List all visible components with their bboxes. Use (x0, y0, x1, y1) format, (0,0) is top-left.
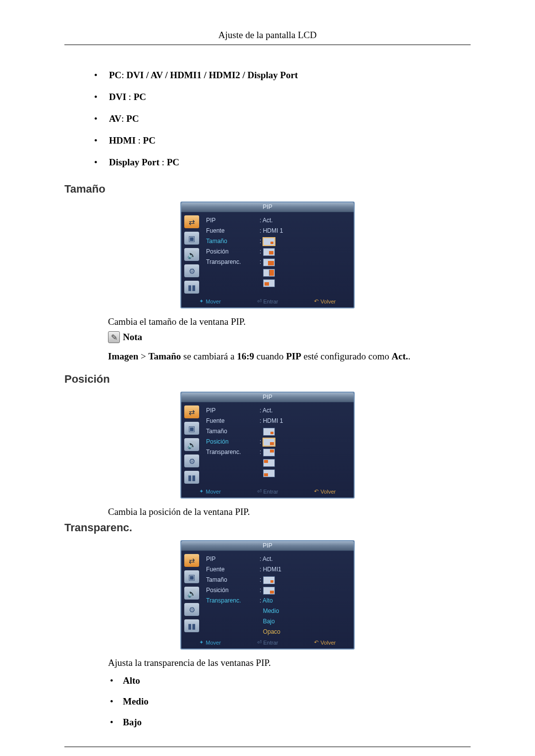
osd-footer-enter: ⏎Entrar (257, 298, 278, 304)
osd-pos-opt-tr (260, 448, 349, 456)
osd-size-opt-1 (260, 237, 349, 245)
source-item-hdmi: HDMI : PC (109, 135, 471, 146)
osd-side-icons: ⇄ ▣ 🔊 ⚙ ▮▮ (181, 403, 202, 487)
osd-trans-opt-medio: Medio (260, 607, 349, 615)
note-icon: ✎ (108, 331, 120, 343)
page-title: Ajuste de la pantalla LCD (218, 30, 317, 40)
osd-label-fuente: Fuente (206, 565, 260, 573)
opt-bajo: Bajo (123, 717, 471, 728)
osd-side-icons: ⇄ ▣ 🔊 ⚙ ▮▮ (181, 551, 202, 638)
osd-label-tamano: Tamaño (206, 576, 260, 584)
transparency-options-list: Alto Medio Bajo (123, 675, 471, 728)
osd-size-opt-3 (260, 258, 349, 266)
multi-icon: ▮▮ (184, 281, 199, 294)
osd-footer-enter: ⏎Entrar (257, 639, 278, 646)
osd-label-posicion: Posición (206, 586, 260, 594)
sound-icon: 🔊 (184, 587, 199, 600)
osd-trans-opt-bajo: Bajo (260, 617, 349, 625)
osd-value-pip: Act. (260, 216, 349, 224)
osd-trans-opt-opaco: Opaco (260, 628, 349, 636)
heading-tamano: Tamaño (64, 183, 471, 196)
osd-label-fuente: Fuente (206, 227, 260, 235)
osd-size-opt-5 (260, 279, 349, 287)
picture-icon: ▣ (184, 570, 199, 583)
multi-icon: ▮▮ (184, 471, 199, 484)
osd-size-opt-4 (260, 268, 349, 276)
osd-label-transparenc: Transparenc. (206, 448, 260, 456)
osd-pos-opt-br (260, 438, 349, 446)
source-item-dvi: DVI : PC (109, 92, 471, 102)
osd-label-tamano: Tamaño (206, 237, 260, 245)
sound-icon: 🔊 (184, 248, 199, 261)
page-header: Ajuste de la pantalla LCD (64, 30, 471, 45)
osd-value-pip: Act. (260, 555, 349, 563)
setup-icon: ⚙ (184, 264, 199, 277)
heading-posicion: Posición (64, 373, 471, 386)
osd-value-tamano-thumb (260, 427, 349, 435)
page-footer-rule (64, 747, 471, 747)
osd-footer-move: ✦Mover (199, 488, 221, 495)
osd-value-tamano-thumb (260, 576, 349, 584)
source-item-pc: PC: DVI / AV / HDMI1 / HDMI2 / Display P… (109, 70, 471, 81)
osd-pos-opt-bl (260, 469, 349, 477)
osd-label-transparenc: Transparenc. (206, 258, 260, 266)
osd-label-tamano: Tamaño (206, 427, 260, 435)
osd-footer: ✦Mover ⏎Entrar ↶Volver (181, 638, 354, 647)
osd-label-pip: PIP (206, 216, 260, 224)
osd-footer-return: ↶Volver (314, 488, 336, 495)
osd-footer: ✦Mover ⏎Entrar ↶Volver (181, 487, 354, 496)
caption-tamano: Cambia el tamaño de la ventana PIP. (108, 316, 471, 327)
picture-icon: ▣ (184, 422, 199, 435)
source-combination-list: PC: DVI / AV / HDMI1 / HDMI2 / Display P… (109, 70, 471, 168)
osd-value-pip: Act. (260, 406, 349, 414)
osd-footer: ✦Mover ⏎Entrar ↶Volver (181, 297, 354, 305)
setup-icon: ⚙ (184, 454, 199, 467)
osd-label-fuente: Fuente (206, 417, 260, 425)
input-icon: ⇄ (184, 554, 199, 567)
osd-value-fuente: HDMI 1 (260, 227, 349, 235)
osd-footer-return: ↶Volver (314, 639, 336, 646)
osd-title: PIP (263, 394, 272, 401)
osd-label-posicion: Posición (206, 438, 260, 446)
heading-transparenc: Transparenc. (64, 521, 471, 534)
caption-transparenc: Ajusta la transparencia de las ventanas … (108, 657, 471, 668)
setup-icon: ⚙ (184, 603, 199, 616)
osd-value-fuente: HDMI 1 (260, 417, 349, 425)
caption-posicion: Cambia la posición de la ventana PIP. (108, 506, 471, 517)
note-line: ✎ Nota (108, 331, 471, 343)
osd-footer-return: ↶Volver (314, 298, 336, 304)
opt-alto: Alto (123, 675, 471, 686)
multi-icon: ▮▮ (184, 619, 199, 632)
osd-label-pip: PIP (206, 406, 260, 414)
input-icon: ⇄ (184, 405, 199, 418)
osd-pos-opt-tl (260, 458, 349, 466)
opt-medio: Medio (123, 696, 471, 707)
osd-footer-move: ✦Mover (199, 639, 221, 646)
source-item-av: AV: PC (109, 113, 471, 124)
osd-trans-opt-alto: Alto (260, 597, 349, 605)
osd-title: PIP (263, 542, 272, 549)
picture-icon: ▣ (184, 232, 199, 245)
osd-label-posicion: Posición (206, 248, 260, 255)
osd-value-posicion-thumb (260, 586, 349, 594)
source-item-displayport: Display Port : PC (109, 157, 471, 168)
osd-title: PIP (263, 203, 272, 210)
osd-screenshot-tamano: PIP ⇄ ▣ 🔊 ⚙ ▮▮ PIP Fuente Tamaño Posició… (64, 202, 471, 308)
note-label: Nota (123, 332, 142, 343)
note-paragraph: Imagen > Tamaño se cambiará a 16:9 cuand… (108, 351, 471, 362)
osd-label-pip: PIP (206, 555, 260, 563)
osd-footer-enter: ⏎Entrar (257, 488, 278, 495)
osd-side-icons: ⇄ ▣ 🔊 ⚙ ▮▮ (181, 212, 202, 297)
osd-screenshot-transparenc: PIP ⇄ ▣ 🔊 ⚙ ▮▮ PIP Fuente Tamaño Posició… (64, 540, 471, 650)
osd-value-fuente: HDMI1 (260, 565, 349, 573)
osd-footer-move: ✦Mover (199, 298, 221, 304)
osd-label-transparenc: Transparenc. (206, 597, 260, 605)
osd-screenshot-posicion: PIP ⇄ ▣ 🔊 ⚙ ▮▮ PIP Fuente Tamaño Posició… (64, 392, 471, 499)
sound-icon: 🔊 (184, 438, 199, 451)
osd-size-opt-2 (260, 248, 349, 255)
input-icon: ⇄ (184, 215, 199, 228)
